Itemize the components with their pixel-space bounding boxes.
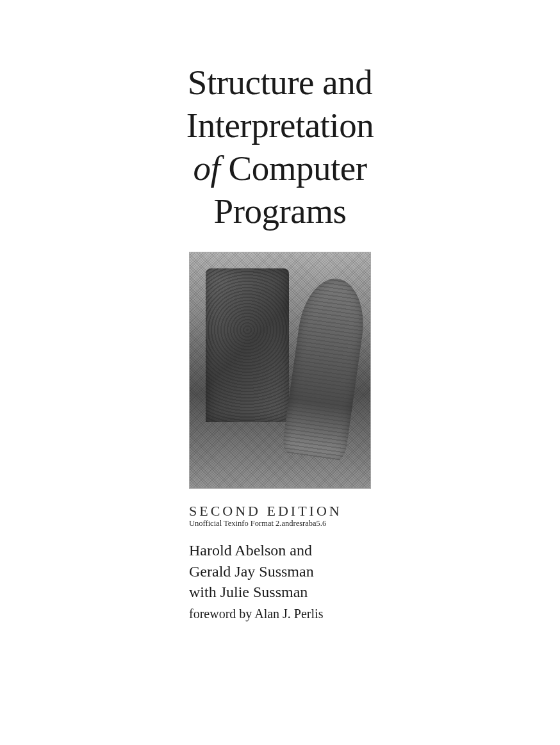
title-line-2: Interpretation (186, 106, 374, 145)
info-block: SECOND EDITION Unofficial Texinfo Format… (189, 504, 371, 621)
title-page: Structure and Interpretation of Computer… (0, 0, 560, 621)
format-note: Unofficial Texinfo Format 2.andresraba5.… (189, 519, 371, 528)
author-line-3: with Julie Sussman (189, 584, 308, 600)
author-line-2: Gerald Jay Sussman (189, 563, 314, 580)
foreword-credit: foreword by Alan J. Perlis (189, 607, 371, 621)
edition-label: SECOND EDITION (189, 504, 371, 518)
title-line-1: Structure and (188, 63, 372, 102)
book-title: Structure and Interpretation of Computer… (186, 61, 374, 233)
cover-illustration (189, 252, 371, 489)
title-line-3-rest: Computer (220, 149, 366, 188)
authors: Harold Abelson and Gerald Jay Sussman wi… (189, 540, 371, 602)
author-line-1: Harold Abelson and (189, 542, 312, 559)
title-line-4: Programs (214, 192, 347, 231)
title-of-word: of (193, 149, 220, 188)
